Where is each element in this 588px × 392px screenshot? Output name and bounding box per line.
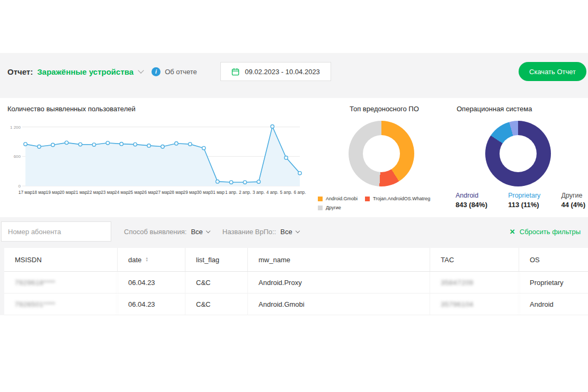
date-range-picker[interactable]: 09.02.2023 - 10.04.2023 (220, 62, 331, 81)
table-row: 7926501****06.04.23C&CAndroid.Gmobi35796… (4, 293, 588, 315)
report-label: Отчет: (7, 67, 33, 76)
filters-row: Способ выявления: Все Название ВрПо:: Вс… (0, 221, 588, 242)
report-select-dropdown[interactable]: Заражённые устройства (37, 67, 143, 76)
os-stat-label: Другие (561, 192, 585, 199)
about-report-label: Об отчете (165, 68, 197, 76)
column-header-os: OS (519, 248, 588, 271)
table-cell-msisdn: 7929618**** (4, 272, 118, 293)
detection-filter-label: Способ выявления: (124, 228, 186, 236)
os-donut-chart (485, 121, 551, 186)
malware-donut-chart (349, 121, 414, 186)
report-section: Отчет: Заражённые устройства i Об отчете (0, 53, 588, 315)
results-table: MSISDNdate▲▼list_flagmw_nameTACOS 792961… (4, 248, 588, 315)
table-body: 7929618****06.04.23C&CAndroid.Proxy35847… (4, 272, 588, 315)
table-row: 7929618****06.04.23C&CAndroid.Proxy35847… (4, 272, 588, 293)
malware-filter-dropdown[interactable]: Все (280, 228, 299, 236)
legend-label: Trojan.AndroidOS.Whatreg (373, 196, 430, 201)
table-header: MSISDNdate▲▼list_flagmw_nameTACOS (4, 248, 588, 272)
date-range-text: 09.02.2023 - 10.04.2023 (245, 68, 320, 76)
table-cell-os: Android (519, 293, 588, 315)
calendar-icon (231, 68, 239, 76)
svg-text:20 мар: 20 мар (59, 190, 74, 195)
os-stat: Proprietary113 (11%) (508, 192, 540, 209)
svg-text:21 мар: 21 мар (73, 190, 87, 195)
legend-color-swatch (318, 206, 323, 210)
chevron-down-icon (138, 67, 144, 73)
os-stat: Android843 (84%) (456, 192, 487, 209)
svg-text:25 мар: 25 мар (128, 190, 142, 195)
svg-text:600: 600 (14, 154, 21, 159)
legend-item: Trojan.AndroidOS.Whatreg (365, 196, 430, 201)
clear-x-icon: ✕ (510, 228, 515, 236)
os-stat-label: Proprietary (508, 192, 540, 199)
table-cell-date: 06.04.23 (118, 272, 185, 293)
column-header-label: list_flag (196, 256, 219, 264)
column-header-label: date (128, 256, 141, 264)
column-header-label: TAC (441, 256, 454, 264)
column-header-mw_name: mw_name (248, 248, 430, 271)
report-name: Заражённые устройства (37, 67, 133, 76)
info-icon: i (152, 67, 161, 76)
os-stat-label: Android (456, 192, 487, 199)
svg-text:18 мар: 18 мар (32, 190, 47, 195)
detection-filter-value: Все (191, 228, 202, 236)
malware-chart-title: Топ вредоносного ПО (350, 105, 419, 113)
detection-filter-dropdown[interactable]: Все (191, 228, 209, 236)
os-stat-value: 44 (4%) (561, 201, 585, 209)
users-line-chart: 06001 20017 мар18 мар19 мар20 мар21 мар2… (0, 118, 318, 199)
column-header-label: mw_name (259, 256, 290, 264)
svg-text:4 апр.: 4 апр. (266, 190, 279, 195)
legend-item: Android.Gmobi (318, 196, 358, 201)
column-header-msisdn: MSISDN (4, 248, 118, 271)
legend-label: Другие (326, 205, 341, 210)
search-input[interactable] (8, 228, 101, 236)
table-cell-msisdn: 7926501**** (4, 293, 118, 315)
malware-filter-value: Все (280, 228, 292, 236)
svg-text:2 апр.: 2 апр. (239, 190, 251, 195)
column-header-tac: TAC (430, 248, 519, 271)
legend-color-swatch (365, 197, 370, 201)
svg-text:6 апр.: 6 апр. (294, 190, 306, 195)
column-header-label: OS (530, 256, 540, 264)
os-stats: Android843 (84%)Proprietary113 (11%)Друг… (456, 192, 585, 209)
svg-text:3 апр.: 3 апр. (253, 190, 265, 195)
download-report-button[interactable]: Скачать Отчет (519, 62, 586, 81)
column-header-list_flag: list_flag (185, 248, 248, 271)
svg-text:23 мар: 23 мар (101, 190, 115, 195)
sort-icon[interactable]: ▲▼ (145, 257, 148, 262)
reset-filters-button[interactable]: ✕ Сбросить фильтры (510, 228, 581, 236)
report-header: Отчет: Заражённые устройства i Об отчете (0, 53, 588, 90)
svg-text:0: 0 (19, 184, 21, 189)
svg-text:17 мар: 17 мар (19, 190, 33, 195)
os-stat-value: 843 (84%) (456, 201, 487, 209)
dashboard-page: Отчет: Заражённые устройства i Об отчете (0, 0, 588, 392)
svg-text:28 мар: 28 мар (170, 190, 184, 195)
table-cell-tac: 35847209 (430, 272, 519, 293)
about-report-button[interactable]: i Об отчете (152, 67, 197, 76)
svg-text:1 апр.: 1 апр. (225, 190, 237, 195)
chevron-down-icon (295, 228, 299, 233)
reset-filters-label: Сбросить фильтры (520, 228, 581, 236)
os-stat: Другие44 (4%) (561, 192, 585, 209)
malware-filter-label: Название ВрПо:: (222, 228, 276, 236)
malware-legend: Android.GmobiTrojan.AndroidOS.WhatregДру… (318, 196, 443, 210)
svg-text:30 мар: 30 мар (197, 190, 211, 195)
svg-text:1 200: 1 200 (10, 125, 21, 130)
svg-text:31 мар: 31 мар (210, 190, 225, 195)
svg-text:29 мар: 29 мар (183, 190, 198, 195)
svg-text:24 мар: 24 мар (114, 190, 129, 195)
svg-text:27 мар: 27 мар (156, 190, 170, 195)
legend-color-swatch (318, 197, 323, 201)
os-chart-title: Операционная система (457, 105, 532, 113)
charts-panel: Количество выявленных пользователей Топ … (0, 98, 588, 217)
os-stat-value: 113 (11%) (508, 201, 540, 209)
column-header-date[interactable]: date▲▼ (118, 248, 185, 271)
table-cell-os: Proprietary (519, 272, 588, 293)
subscriber-search-box[interactable] (1, 221, 111, 242)
table-cell-mw_name: Android.Proxy (248, 272, 430, 293)
legend-item: Другие (318, 205, 341, 210)
svg-text:22 мар: 22 мар (87, 190, 101, 195)
table-cell-list_flag: C&C (185, 272, 248, 293)
table-cell-mw_name: Android.Gmobi (248, 293, 430, 315)
table-cell-tac: 35796104 (430, 293, 519, 315)
